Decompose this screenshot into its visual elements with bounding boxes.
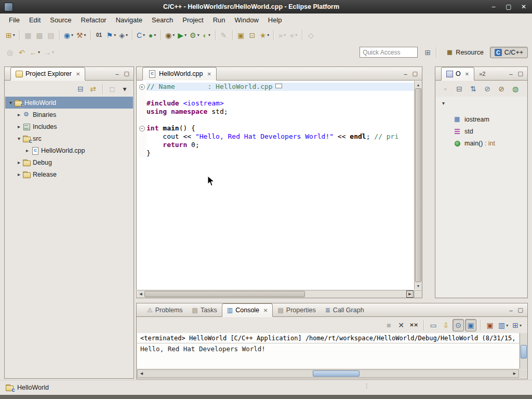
menu-help[interactable]: Help bbox=[263, 15, 287, 25]
new-class-button[interactable]: ●▾ bbox=[147, 29, 158, 42]
close-button[interactable]: ✕ bbox=[520, 3, 528, 10]
debug-button[interactable]: ◉▾ bbox=[164, 29, 176, 42]
console-close-icon[interactable]: ✕ bbox=[263, 308, 268, 313]
open-perspective-button[interactable]: ⊞ bbox=[422, 46, 433, 59]
console-output-area[interactable]: <terminated> HelloWorld [C/C++ Applicati… bbox=[137, 333, 519, 368]
search-button[interactable]: ★▾ bbox=[258, 29, 271, 42]
tree-item-src[interactable]: ▾src bbox=[5, 132, 133, 144]
outline-item-std[interactable]: std bbox=[436, 125, 527, 137]
editor-horizontal-scrollbar[interactable] bbox=[137, 290, 414, 298]
hide-fields-button[interactable]: ⊘ bbox=[482, 83, 493, 95]
menu-refactor[interactable]: Refactor bbox=[76, 15, 111, 25]
scrollbar-thumb[interactable] bbox=[415, 88, 421, 282]
new-wizard-button[interactable]: ⊞▾ bbox=[4, 29, 17, 42]
sort-button[interactable]: ⇅ bbox=[468, 83, 479, 95]
scroll-up-icon[interactable] bbox=[415, 81, 422, 88]
editor-vertical-scrollbar[interactable] bbox=[414, 81, 422, 289]
code-analysis-button[interactable]: ◈▾ bbox=[117, 29, 129, 42]
outline-view-menu-icon[interactable]: ▾ bbox=[436, 97, 527, 109]
code-line-text[interactable]: // Name : HelloWorld.cpp bbox=[147, 83, 414, 91]
view-menu-button[interactable]: ▾ bbox=[119, 83, 130, 95]
view-stack-more-icon[interactable]: »2 bbox=[479, 71, 485, 77]
build-all-button[interactable]: ⚒▾ bbox=[75, 29, 88, 42]
show-on-launch-button[interactable]: ▣ bbox=[484, 319, 496, 331]
hide-non-public-button[interactable]: ◍ bbox=[510, 83, 521, 95]
customize-view-button[interactable]: ◻ bbox=[107, 83, 118, 95]
focus-button[interactable]: ◦ bbox=[440, 83, 451, 95]
menu-search[interactable]: Search bbox=[147, 15, 178, 25]
menu-file[interactable]: File bbox=[4, 15, 24, 25]
tab-tasks[interactable]: ▤Tasks bbox=[188, 303, 222, 316]
maximize-view-button[interactable]: ▢ bbox=[518, 70, 523, 77]
scroll-down-icon[interactable] bbox=[415, 282, 422, 289]
last-edit-location-button[interactable]: ↶ bbox=[16, 46, 28, 59]
profile-button[interactable]: ◐▾ bbox=[201, 29, 212, 42]
collapse-all-button[interactable]: ⊟ bbox=[75, 83, 86, 95]
outline-close-icon[interactable]: ✕ bbox=[465, 71, 469, 77]
tab-problems[interactable]: ⚠Problems bbox=[142, 303, 188, 316]
tree-item-release[interactable]: ▸Release bbox=[5, 168, 133, 180]
remove-all-launches-button[interactable]: ✕✕ bbox=[408, 319, 420, 331]
tree-item-debug[interactable]: ▸Debug bbox=[5, 156, 133, 168]
outline-item-iostream[interactable]: iostream bbox=[436, 113, 527, 125]
sash-handle[interactable]: ⋮ bbox=[364, 382, 370, 390]
outline-tab[interactable]: O ✕ bbox=[441, 67, 474, 81]
scroll-right-icon[interactable] bbox=[406, 290, 414, 298]
scrollbar-thumb[interactable] bbox=[144, 291, 305, 297]
tab-call-graph[interactable]: ≣Call Graph bbox=[321, 303, 369, 316]
remove-launch-button[interactable]: ✕ bbox=[395, 319, 407, 331]
link-with-editor-button[interactable]: ⇄ bbox=[87, 83, 99, 95]
expander-closed-icon[interactable]: ▸ bbox=[16, 124, 22, 129]
expander-open-icon[interactable]: ▾ bbox=[7, 100, 14, 105]
code-line-text[interactable]: using namespace std; bbox=[147, 108, 414, 116]
minimize-view-button[interactable]: – bbox=[115, 71, 118, 77]
menu-window[interactable]: Window bbox=[230, 15, 263, 25]
perspective-resource-button[interactable]: ▦Resource bbox=[441, 47, 488, 58]
menu-source[interactable]: Source bbox=[45, 15, 76, 25]
tree-item-helloworld[interactable]: ▾HelloWorld bbox=[5, 97, 133, 109]
project-tree[interactable]: ▾HelloWorld▸Binaries▸Includes▾src▸HelloW… bbox=[5, 97, 133, 378]
scrollbar-thumb[interactable] bbox=[313, 370, 360, 377]
open-console-button[interactable]: ⊞▾ bbox=[511, 319, 523, 331]
scroll-left-icon[interactable] bbox=[138, 370, 145, 377]
tab-properties[interactable]: ▤Properties bbox=[273, 303, 320, 316]
new-source-file-button[interactable]: C▾ bbox=[135, 29, 147, 42]
build-config-button[interactable]: ⚑▾ bbox=[105, 29, 118, 42]
console-vertical-scrollbar[interactable] bbox=[520, 333, 527, 369]
expander-closed-icon[interactable]: ▸ bbox=[16, 171, 22, 177]
clear-console-button[interactable]: ▭ bbox=[428, 319, 439, 331]
new-cpp-project-button[interactable]: ◉▾ bbox=[62, 29, 75, 42]
editor-close-icon[interactable]: ✕ bbox=[207, 71, 211, 77]
project-explorer-close-icon[interactable]: ✕ bbox=[76, 71, 80, 77]
scroll-lock-button[interactable]: ⇩ bbox=[440, 319, 451, 331]
back-button[interactable]: ←▾ bbox=[28, 46, 42, 59]
pin-console-button[interactable]: ⊙ bbox=[453, 319, 464, 331]
scrollbar-thumb[interactable] bbox=[521, 345, 527, 358]
code-line-text[interactable]: } bbox=[147, 149, 414, 157]
minimize-view-button[interactable]: – bbox=[404, 71, 407, 77]
code-line-text[interactable]: #include <iostream> bbox=[147, 99, 414, 108]
expander-closed-icon[interactable]: ▸ bbox=[16, 112, 22, 117]
folded-region-indicator[interactable] bbox=[275, 84, 282, 88]
maximize-button[interactable]: ▢ bbox=[504, 3, 513, 10]
menu-navigate[interactable]: Navigate bbox=[111, 15, 147, 25]
minimize-button[interactable]: – bbox=[489, 3, 498, 10]
open-element-button[interactable]: ⊡ bbox=[247, 29, 258, 42]
maximize-view-button[interactable]: ▢ bbox=[413, 70, 418, 77]
scroll-left-icon[interactable] bbox=[137, 290, 144, 298]
code-line-text[interactable]: return 0; bbox=[147, 141, 414, 149]
tab-console[interactable]: ▥Console✕ bbox=[222, 303, 273, 317]
code-editor[interactable]: +// Name : HelloWorld.cpp#include <iostr… bbox=[137, 81, 414, 289]
code-line-text[interactable]: int main() { bbox=[147, 124, 414, 132]
code-line-text[interactable]: cout << "Hello, Red Hat Developers World… bbox=[147, 132, 414, 141]
expander-closed-icon[interactable]: ▸ bbox=[16, 159, 22, 165]
open-resource-button[interactable]: ▣ bbox=[235, 29, 247, 42]
maximize-view-button[interactable]: ▢ bbox=[124, 70, 129, 77]
menu-edit[interactable]: Edit bbox=[24, 15, 45, 25]
menu-run[interactable]: Run bbox=[208, 15, 230, 25]
fold-expand-icon[interactable]: + bbox=[139, 84, 145, 90]
fold-collapse-icon[interactable]: − bbox=[139, 126, 145, 131]
tree-item-includes[interactable]: ▸Includes bbox=[5, 121, 133, 132]
console-horizontal-scrollbar[interactable] bbox=[137, 369, 519, 378]
minimize-view-button[interactable]: – bbox=[509, 71, 512, 77]
